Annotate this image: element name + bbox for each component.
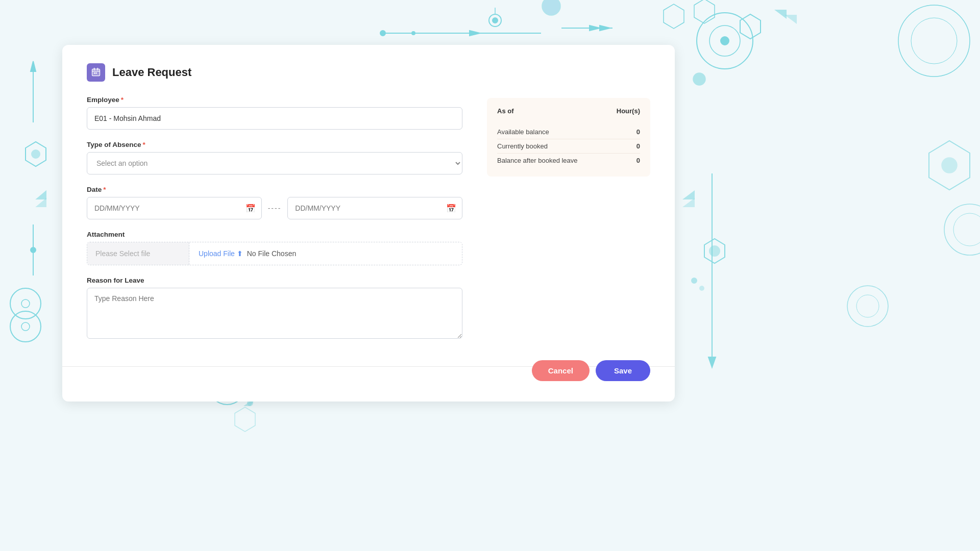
svg-point-10 (489, 14, 501, 27)
form-right: As of Hour(s) Available balance 0 Curren… (487, 96, 650, 352)
currently-booked-value: 0 (636, 142, 640, 150)
svg-point-29 (10, 311, 41, 342)
svg-point-64 (542, 0, 560, 15)
modal-card: Leave Request Employee * Type of Absence… (62, 45, 675, 402)
date-to-wrap: 📅 (287, 197, 462, 219)
svg-marker-8 (470, 31, 480, 36)
hours-header: Hour(s) (617, 107, 640, 115)
employee-field-group: Employee * (87, 96, 462, 130)
date-from-wrap: 📅 (87, 197, 262, 219)
svg-marker-0 (664, 4, 684, 29)
save-button[interactable]: Save (596, 360, 650, 381)
svg-point-32 (31, 247, 36, 253)
svg-marker-17 (776, 10, 786, 18)
page-title: Leave Request (112, 66, 191, 79)
attachment-upload-area[interactable]: Upload File ⬆ No File Chosen (189, 242, 462, 265)
form-left: Employee * Type of Absence * Select an o… (87, 96, 462, 352)
employee-input[interactable] (87, 107, 462, 130)
svg-point-28 (21, 299, 30, 308)
type-of-absence-label: Type of Absence * (87, 141, 462, 148)
date-to-input[interactable] (287, 197, 462, 219)
cancel-button[interactable]: Cancel (532, 360, 590, 381)
attachment-select-button[interactable]: Please Select file (87, 242, 189, 265)
svg-point-7 (412, 32, 415, 35)
svg-marker-53 (684, 199, 694, 207)
svg-point-56 (692, 278, 697, 283)
svg-marker-52 (684, 191, 694, 199)
svg-marker-18 (786, 15, 796, 23)
svg-point-63 (953, 213, 980, 246)
balance-header-row: As of Hour(s) (497, 107, 640, 119)
attachment-field-group: Attachment Please Select file Upload Fil… (87, 231, 462, 265)
currently-booked-label: Currently booked (497, 142, 548, 150)
upload-file-link[interactable]: Upload File ⬆ (199, 249, 243, 258)
balance-panel: As of Hour(s) Available balance 0 Curren… (487, 98, 650, 177)
type-of-absence-select[interactable]: Select an option Annual Leave Sick Leave… (87, 152, 462, 174)
employee-label: Employee * (87, 96, 462, 104)
reason-field-group: Reason for Leave (87, 277, 462, 341)
form-area: Employee * Type of Absence * Select an o… (87, 96, 650, 352)
date-row: 📅 ---- 📅 (87, 197, 462, 219)
type-of-absence-field-group: Type of Absence * Select an option Annua… (87, 141, 462, 174)
svg-point-55 (709, 246, 720, 256)
date-from-input[interactable] (87, 197, 262, 219)
svg-point-59 (942, 158, 957, 173)
svg-marker-58 (929, 141, 970, 190)
no-file-text: No File Chosen (247, 249, 297, 258)
svg-point-20 (911, 18, 957, 64)
svg-point-26 (32, 150, 40, 158)
svg-point-61 (856, 295, 879, 317)
svg-marker-1 (694, 0, 715, 23)
svg-point-57 (700, 286, 704, 290)
upload-icon: ⬆ (237, 249, 243, 258)
date-required-star: * (103, 186, 106, 193)
as-of-header: As of (497, 107, 514, 115)
absence-required-star: * (143, 141, 145, 148)
balance-after-label: Balance after booked leave (497, 157, 578, 164)
svg-marker-51 (708, 357, 716, 367)
leave-request-icon (87, 63, 105, 82)
svg-marker-14 (590, 26, 600, 31)
svg-point-60 (847, 286, 888, 327)
balance-row-available: Available balance 0 (497, 125, 640, 139)
svg-point-6 (380, 31, 385, 36)
action-buttons: Cancel Save (532, 360, 650, 381)
attachment-row: Please Select file Upload File ⬆ No File… (87, 242, 462, 265)
date-label: Date * (87, 186, 462, 193)
reason-label: Reason for Leave (87, 277, 462, 284)
balance-row-after: Balance after booked leave 0 (497, 154, 640, 167)
balance-after-value: 0 (636, 157, 640, 164)
available-balance-label: Available balance (497, 128, 549, 136)
svg-point-3 (709, 26, 740, 56)
modal-header: Leave Request (87, 63, 650, 82)
svg-marker-23 (37, 191, 46, 199)
date-separator: ---- (268, 204, 282, 212)
svg-point-19 (898, 5, 970, 77)
svg-marker-22 (31, 61, 36, 71)
svg-marker-47 (235, 407, 255, 432)
employee-required-star: * (121, 96, 124, 104)
attachment-label: Attachment (87, 231, 462, 238)
svg-marker-54 (704, 239, 725, 263)
svg-point-27 (10, 288, 41, 319)
svg-point-2 (697, 13, 753, 69)
svg-point-4 (721, 37, 729, 45)
svg-marker-16 (740, 14, 761, 39)
available-balance-value: 0 (636, 128, 640, 136)
svg-marker-25 (26, 142, 46, 166)
svg-marker-15 (600, 26, 610, 31)
reason-textarea[interactable] (87, 288, 462, 339)
svg-rect-71 (94, 72, 95, 74)
balance-row-booked: Currently booked 0 (497, 139, 640, 154)
svg-marker-24 (37, 199, 46, 207)
svg-point-30 (21, 322, 30, 331)
svg-rect-72 (95, 72, 97, 74)
svg-point-62 (944, 204, 980, 255)
svg-point-11 (493, 18, 498, 23)
svg-point-65 (693, 73, 705, 85)
date-field-group: Date * 📅 ---- 📅 (87, 186, 462, 219)
